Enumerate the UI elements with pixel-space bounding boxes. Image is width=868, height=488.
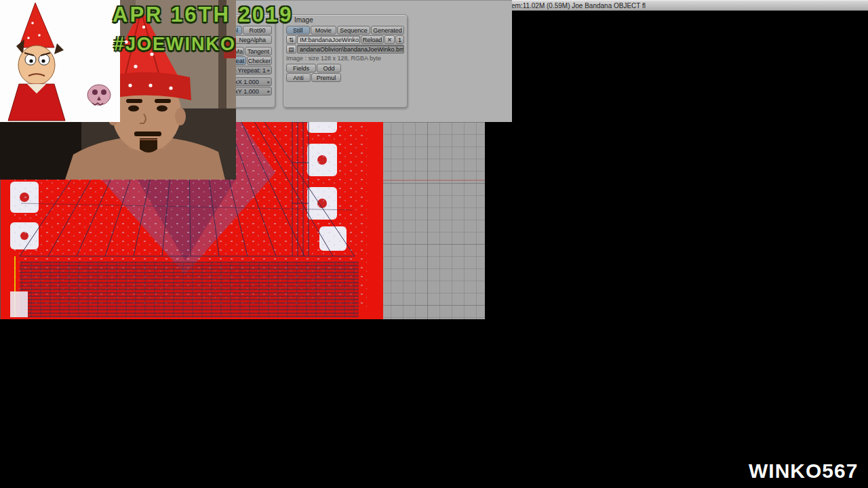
- increment-icon[interactable]: ▸: [267, 68, 270, 73]
- sequence-toggle[interactable]: Sequence: [337, 26, 370, 35]
- image-panel: ▼ Image Still Movie Sequence Generated ⇅…: [283, 14, 408, 108]
- tangent-dropdown[interactable]: Tangent: [245, 47, 272, 56]
- unlink-image-icon[interactable]: ✕: [384, 35, 395, 44]
- yrepeat-field[interactable]: ◂ Yrepeat: 1 ▸: [232, 66, 273, 75]
- increment-icon[interactable]: ▸: [267, 89, 270, 94]
- negalpha-toggle[interactable]: NegAlpha: [233, 35, 272, 44]
- stream-date-overlay: APR 16TH 2019: [113, 3, 293, 27]
- premul-toggle[interactable]: Premul: [311, 73, 341, 82]
- image-panel-header: ▼ Image: [283, 15, 407, 25]
- fields-toggle[interactable]: Fields: [286, 64, 316, 73]
- uv-strip-vticks: [20, 262, 359, 317]
- image-info-text: Image : size 128 x 128, RGBA byte: [286, 55, 404, 62]
- image-panel-title: Image: [294, 16, 313, 24]
- reload-button[interactable]: Reload: [361, 35, 384, 44]
- checker-toggle[interactable]: Checker: [247, 56, 272, 65]
- cartoon-mascot: [0, 0, 120, 122]
- folder-icon[interactable]: ▤: [286, 45, 296, 54]
- image-path-field[interactable]: andanaOblivion\bandanaJoeWinko.bmp: [297, 45, 404, 54]
- generated-toggle[interactable]: Generated: [371, 26, 404, 35]
- odd-toggle[interactable]: Odd: [317, 64, 341, 73]
- anti-toggle[interactable]: Anti: [286, 73, 311, 82]
- watermark-text: WINKO567: [749, 460, 858, 483]
- bandana-corner-white: [10, 291, 28, 317]
- datablock-arrows-icon[interactable]: ⇅: [286, 35, 296, 44]
- increment-icon[interactable]: ▸: [267, 79, 270, 85]
- users-count-button[interactable]: 1: [395, 35, 404, 44]
- screen: ≣ File Add Timeline Game ✕ ◍ www.blender…: [0, 0, 868, 488]
- pink-skull-creature: [87, 85, 111, 105]
- image-name-field[interactable]: IM:bandanaJoeWinko.bmp: [297, 35, 360, 44]
- cartoon-scene: [0, 0, 120, 122]
- stream-hashtag-overlay: #JOEWINKO: [114, 34, 236, 55]
- movie-toggle[interactable]: Movie: [311, 26, 336, 35]
